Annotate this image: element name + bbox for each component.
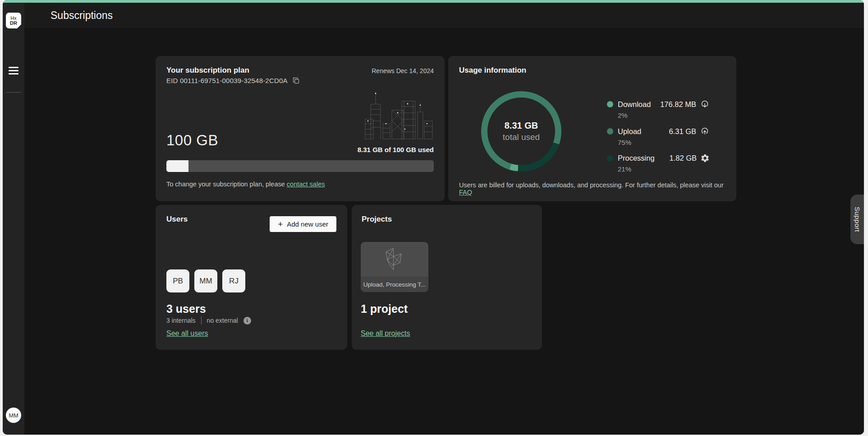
users-breakdown: 3 internals no external <box>166 316 251 325</box>
user-avatar-mm: MM <box>194 269 217 292</box>
legend-percent-processing: 21% <box>618 165 710 173</box>
donut-center-label: total used <box>503 132 540 142</box>
hxdr-logo[interactable]: Hx DR <box>6 13 21 28</box>
users-card-title: Users <box>166 215 188 224</box>
see-all-projects-link[interactable]: See all projects <box>361 329 410 338</box>
usage-footer-text: Users are billed for uploads, downloads,… <box>459 181 724 189</box>
legend-label-download: Download <box>618 100 651 109</box>
legend-percent-upload: 75% <box>618 139 710 146</box>
storage-progress-bar <box>166 160 434 172</box>
projects-card-title: Projects <box>362 215 392 224</box>
app-window: Hx DR MM Subscriptions Your subscription… <box>3 0 864 435</box>
breakdown-divider <box>201 316 202 325</box>
logo-text-top: Hx <box>10 16 16 21</box>
projects-count: 1 project <box>361 302 408 315</box>
user-avatar-pb: PB <box>166 269 189 292</box>
user-avatar-row: PB MM RJ <box>166 269 245 292</box>
legend-dot-upload <box>607 128 613 135</box>
contact-sales-link[interactable]: contact sales <box>287 181 325 188</box>
usage-card: Usage information 8.31 GB total used Dow… <box>448 56 736 201</box>
legend-row-processing: Processing 1.82 GB 21% <box>607 153 710 173</box>
subscription-card: Your subscription plan Renews Dec 14, 20… <box>156 56 445 201</box>
page-title: Subscriptions <box>24 3 864 28</box>
faq-link[interactable]: FAQ <box>459 189 472 196</box>
usage-card-title: Usage information <box>459 66 526 75</box>
upload-cloud-icon <box>700 126 710 136</box>
sidebar-divider <box>6 92 21 93</box>
legend-row-download: Download 176.82 MB 2% <box>607 99 710 119</box>
user-avatar-rj: RJ <box>222 269 245 292</box>
donut-center: 8.31 GB total used <box>481 91 561 172</box>
legend-label-upload: Upload <box>618 127 641 136</box>
legend-value-download: 176.82 MB <box>660 100 700 109</box>
legend-dot-download <box>607 101 613 107</box>
progress-fill <box>166 160 188 172</box>
legend-row-upload: Upload 6.31 GB 75% <box>607 126 710 146</box>
project-wireframe-icon <box>380 245 409 274</box>
legend-label-processing: Processing <box>618 154 655 162</box>
see-all-users-link[interactable]: See all users <box>166 329 208 338</box>
gear-icon <box>700 153 710 163</box>
account-avatar[interactable]: MM <box>6 408 21 423</box>
renewal-date: Renews Dec 14, 2024 <box>372 67 434 74</box>
thumbnail-caption: Upload, Processing T... <box>361 277 428 292</box>
logo-notch <box>17 24 21 28</box>
plus-icon <box>278 219 283 229</box>
download-cloud-icon <box>700 99 710 109</box>
internals-count: 3 internals <box>166 317 196 324</box>
copy-icon[interactable] <box>292 77 300 84</box>
hamburger-menu-icon[interactable] <box>9 67 18 74</box>
project-thumbnail[interactable]: Upload, Processing T... <box>361 242 428 292</box>
add-user-button[interactable]: Add new user <box>270 216 336 232</box>
info-icon[interactable] <box>243 317 251 325</box>
externals-count: no external <box>207 317 238 324</box>
header: Subscriptions <box>24 3 864 28</box>
legend-percent-download: 2% <box>618 111 710 119</box>
users-card: Users Add new user PB MM RJ 3 users 3 in… <box>156 205 347 350</box>
main-area: Subscriptions Your subscription plan Ren… <box>24 3 864 435</box>
users-count: 3 users <box>166 302 206 315</box>
add-user-button-label: Add new user <box>287 220 328 228</box>
legend-value-upload: 6.31 GB <box>669 127 700 136</box>
eid-text: EID 00111-69751-00039-32548-2CD0A <box>166 77 288 84</box>
support-tab[interactable]: Support <box>850 195 864 244</box>
legend-dot-processing <box>607 155 613 162</box>
legend-value-processing: 1.82 GB <box>669 154 700 162</box>
usage-summary: 8.31 GB of 100 GB used <box>358 146 434 153</box>
projects-card: Projects Upload, Processing T... 1 proje… <box>352 205 542 350</box>
usage-legend: Download 176.82 MB 2% <box>607 99 710 180</box>
donut-center-value: 8.31 GB <box>505 121 538 131</box>
sidebar: Hx DR MM <box>3 3 24 435</box>
skyline-graphic <box>357 86 435 144</box>
subscription-card-title: Your subscription plan <box>166 66 249 75</box>
logo-text-bottom: DR <box>10 21 17 26</box>
change-plan-text: To change your subscription plan, please <box>166 181 285 188</box>
plan-size: 100 GB <box>166 132 218 149</box>
